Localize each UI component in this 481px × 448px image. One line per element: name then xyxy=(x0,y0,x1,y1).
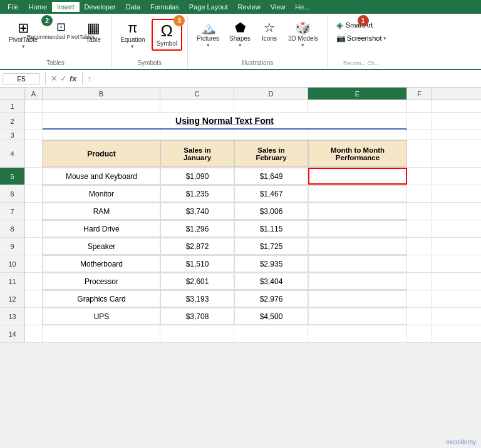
cell-e14[interactable] xyxy=(308,325,407,342)
row-num-13[interactable]: 13 xyxy=(0,308,24,325)
cell-b10[interactable]: Motherboard xyxy=(43,255,160,272)
col-header-b[interactable]: B xyxy=(43,88,160,99)
menu-home[interactable]: Home xyxy=(24,2,52,12)
row-num-9[interactable]: 9 xyxy=(0,238,24,255)
cell-f1[interactable] xyxy=(407,100,432,112)
cell-a12[interactable] xyxy=(25,290,43,307)
cell-f2[interactable] xyxy=(407,113,432,130)
menu-page-layout[interactable]: Page Layout xyxy=(184,2,233,12)
cell-e5[interactable] xyxy=(308,168,407,185)
cell-f11[interactable] xyxy=(407,273,432,290)
cell-d5[interactable]: $1,649 xyxy=(234,168,308,185)
cell-d10[interactable]: $2,935 xyxy=(234,255,308,272)
cell-d14[interactable] xyxy=(234,325,308,342)
cell-e1[interactable] xyxy=(308,100,407,112)
cell-d11[interactable]: $3,404 xyxy=(234,273,308,290)
cell-d6[interactable]: $1,467 xyxy=(234,185,308,202)
formula-input[interactable] xyxy=(95,73,478,84)
menu-view[interactable]: View xyxy=(266,2,291,12)
cell-f13[interactable] xyxy=(407,308,432,325)
col-header-d[interactable]: D xyxy=(234,88,308,99)
cell-d9[interactable]: $1,725 xyxy=(234,238,308,255)
cell-c12[interactable]: $3,193 xyxy=(160,290,234,307)
row-num-10[interactable]: 10 xyxy=(0,255,24,273)
cell-d12[interactable]: $2,976 xyxy=(234,290,308,307)
cell-c7[interactable]: $3,740 xyxy=(160,203,234,220)
col-header-a[interactable]: A xyxy=(25,88,43,99)
cell-e3[interactable] xyxy=(308,130,407,140)
cell-c3[interactable] xyxy=(160,130,234,140)
row-num-8[interactable]: 8 xyxy=(0,220,24,238)
cell-b7[interactable]: RAM xyxy=(43,203,160,220)
cell-f3[interactable] xyxy=(407,130,432,140)
icons-button[interactable]: ☆ Icons xyxy=(257,19,282,44)
cell-c8[interactable]: $1,296 xyxy=(160,220,234,237)
cell-f5[interactable] xyxy=(407,168,432,185)
menu-formulas[interactable]: Formulas xyxy=(145,2,184,12)
cell-c6[interactable]: $1,235 xyxy=(160,185,234,202)
cell-c9[interactable]: $2,872 xyxy=(160,238,234,255)
equation-button[interactable]: π Equation ▾ xyxy=(116,19,148,52)
cell-e9[interactable] xyxy=(308,238,407,255)
cell-b12[interactable]: Graphics Card xyxy=(43,290,160,307)
table-button[interactable]: ▦ Table xyxy=(81,19,106,46)
cell-d7[interactable]: $3,006 xyxy=(234,203,308,220)
cell-e13[interactable] xyxy=(308,308,407,325)
cell-c1[interactable] xyxy=(160,100,234,112)
cell-a1[interactable] xyxy=(25,100,43,112)
cell-title[interactable]: Using Normal Text Font xyxy=(43,113,407,130)
cell-f6[interactable] xyxy=(407,185,432,202)
cell-b14[interactable] xyxy=(43,325,160,342)
cell-a3[interactable] xyxy=(25,130,43,140)
cell-c13[interactable]: $3,708 xyxy=(160,308,234,325)
cell-c11[interactable]: $2,601 xyxy=(160,273,234,290)
row-num-3[interactable]: 3 xyxy=(0,130,24,140)
menu-file[interactable]: File xyxy=(3,2,24,12)
3d-models-button[interactable]: 🎲 3D Models ▾ xyxy=(284,19,322,51)
cell-d1[interactable] xyxy=(234,100,308,112)
cell-e10[interactable] xyxy=(308,255,407,272)
cell-b5[interactable]: Mouse and Keyboard xyxy=(43,168,160,185)
cell-a4[interactable] xyxy=(25,140,43,167)
cell-b9[interactable]: Speaker xyxy=(43,238,160,255)
cell-f12[interactable] xyxy=(407,290,432,307)
cell-d13[interactable]: $4,500 xyxy=(234,308,308,325)
row-num-12[interactable]: 12 xyxy=(0,290,24,308)
cell-a5[interactable] xyxy=(25,168,43,185)
row-num-7[interactable]: 7 xyxy=(0,203,24,220)
cell-d3[interactable] xyxy=(234,130,308,140)
cell-e11[interactable] xyxy=(308,273,407,290)
cell-a2[interactable] xyxy=(25,113,43,130)
menu-review[interactable]: Review xyxy=(233,2,266,12)
cell-f8[interactable] xyxy=(407,220,432,237)
cell-b3[interactable] xyxy=(43,130,160,140)
menu-developer[interactable]: Developer xyxy=(80,2,121,12)
cell-a7[interactable] xyxy=(25,203,43,220)
cancel-formula-icon[interactable]: ✕ xyxy=(51,74,58,83)
cell-a9[interactable] xyxy=(25,238,43,255)
screenshot-button[interactable]: 📷 Screenshot ▾ xyxy=(333,33,390,44)
row-num-4[interactable]: 4 xyxy=(0,140,24,168)
cell-c5[interactable]: $1,090 xyxy=(160,168,234,185)
cell-b11[interactable]: Processor xyxy=(43,273,160,290)
cell-e8[interactable] xyxy=(308,220,407,237)
cell-e4-header[interactable]: Month to Month Performance xyxy=(308,140,407,167)
cell-e12[interactable] xyxy=(308,290,407,307)
cell-c10[interactable]: $1,510 xyxy=(160,255,234,272)
confirm-formula-icon[interactable]: ✓ xyxy=(60,74,67,83)
row-num-1[interactable]: 1 xyxy=(0,100,24,113)
cell-reference-input[interactable] xyxy=(3,73,40,84)
cell-a8[interactable] xyxy=(25,220,43,237)
col-header-e[interactable]: E xyxy=(308,88,407,99)
fx-icon[interactable]: fx xyxy=(70,74,77,83)
cell-e7[interactable] xyxy=(308,203,407,220)
cell-b6[interactable]: Monitor xyxy=(43,185,160,202)
cell-d4-header[interactable]: Sales in February xyxy=(234,140,308,167)
cell-c14[interactable] xyxy=(160,325,234,342)
cell-b8[interactable]: Hard Drive xyxy=(43,220,160,237)
menu-data[interactable]: Data xyxy=(121,2,145,12)
cell-c4-header[interactable]: Sales in January xyxy=(160,140,234,167)
cell-a11[interactable] xyxy=(25,273,43,290)
col-header-f[interactable]: F xyxy=(407,88,432,99)
row-num-6[interactable]: 6 xyxy=(0,185,24,203)
